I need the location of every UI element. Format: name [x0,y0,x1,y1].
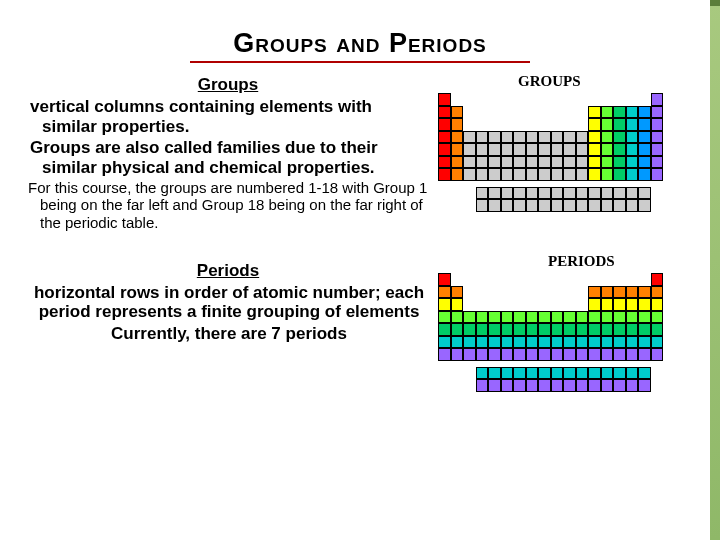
pt-cell [588,323,601,336]
page-title: Groups and Periods [0,0,720,59]
pt-cell [538,311,551,324]
pt-cell [638,348,651,361]
pt-cell [476,131,489,144]
text-column: Groups vertical columns containing eleme… [28,75,428,431]
pt-cell [513,168,526,181]
pt-cell [588,367,601,380]
pt-cell [551,323,564,336]
pt-cell [651,348,664,361]
pt-cell [526,379,539,392]
pt-cell [588,298,601,311]
pt-cell [638,187,651,200]
pt-cell [613,367,626,380]
pt-cell [626,367,639,380]
pt-cell [638,336,651,349]
pt-cell [526,168,539,181]
pt-cell [463,336,476,349]
pt-cell [501,379,514,392]
pt-cell [626,348,639,361]
pt-cell [563,131,576,144]
pt-cell [626,187,639,200]
pt-cell [526,131,539,144]
pt-cell [463,143,476,156]
pt-cell [626,156,639,169]
pt-cell [526,367,539,380]
pt-cell [476,311,489,324]
pt-cell [601,118,614,131]
pt-cell [563,143,576,156]
pt-cell [538,168,551,181]
pt-cell [638,106,651,119]
pt-cell [488,187,501,200]
pt-cell [488,367,501,380]
pt-cell [438,143,451,156]
pt-cell [438,168,451,181]
pt-cell [463,348,476,361]
pt-cell [601,286,614,299]
pt-cell [588,187,601,200]
pt-cell [588,168,601,181]
pt-cell [563,311,576,324]
pt-cell [576,323,589,336]
pt-cell [438,348,451,361]
pt-cell [501,348,514,361]
pt-cell [476,168,489,181]
pt-cell [601,156,614,169]
pt-cell [501,323,514,336]
pt-cell [551,348,564,361]
pt-cell [576,187,589,200]
pt-cell [588,118,601,131]
pt-cell [638,168,651,181]
periods-figure: PERIODS [438,255,698,425]
pt-cell [626,286,639,299]
pt-cell [526,323,539,336]
pt-cell [626,106,639,119]
pt-cell [551,187,564,200]
pt-cell [576,379,589,392]
pt-cell [651,311,664,324]
periods-definition: horizontal rows in order of atomic numbe… [28,283,428,322]
pt-cell [463,168,476,181]
pt-cell [488,336,501,349]
pt-cell [651,131,664,144]
pt-cell [601,298,614,311]
pt-cell [651,93,664,106]
pt-cell [488,348,501,361]
pt-cell [526,156,539,169]
pt-cell [501,311,514,324]
pt-cell [588,106,601,119]
pt-cell [576,168,589,181]
pt-cell [613,131,626,144]
pt-cell [613,311,626,324]
pt-cell [626,298,639,311]
pt-cell [438,93,451,106]
pt-cell [638,323,651,336]
pt-cell [513,379,526,392]
periods-figure-label: PERIODS [548,253,615,270]
groups-course-note: For this course, the groups are numbered… [40,179,428,231]
groups-definition: vertical columns containing elements wit… [40,97,428,136]
pt-cell [438,323,451,336]
pt-cell [626,199,639,212]
periods-count: Currently, there are 7 periods [28,324,428,344]
pt-cell [626,143,639,156]
pt-cell [576,156,589,169]
pt-cell [488,131,501,144]
pt-cell [588,336,601,349]
pt-cell [538,336,551,349]
pt-cell [476,156,489,169]
pt-cell [613,199,626,212]
pt-cell [538,367,551,380]
pt-cell [638,118,651,131]
pt-cell [563,336,576,349]
pt-cell [626,323,639,336]
pt-cell [538,379,551,392]
side-accent-bar [710,0,720,540]
pt-cell [538,156,551,169]
pt-cell [551,199,564,212]
pt-cell [613,298,626,311]
pt-cell [651,323,664,336]
pt-cell [563,348,576,361]
pt-cell [613,379,626,392]
pt-cell [551,336,564,349]
